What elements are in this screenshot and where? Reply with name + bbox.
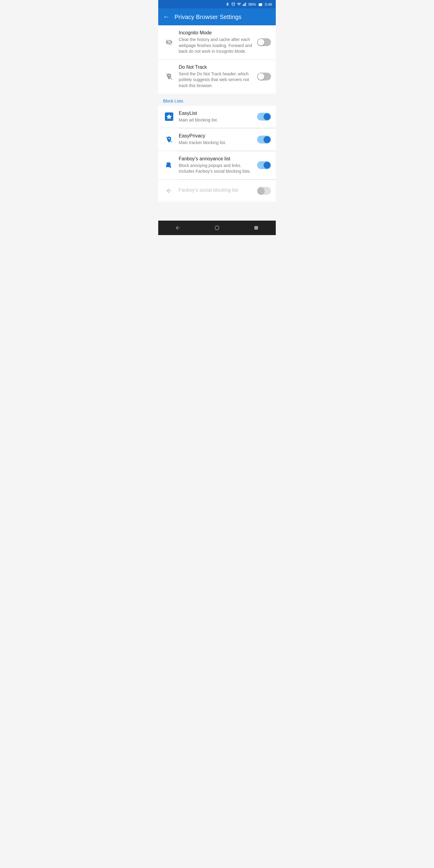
battery-icon [258,2,263,6]
app-bar: ← Privacy Browser Settings [158,8,276,25]
fanboy-social-toggle[interactable] [257,187,271,195]
fanboy-annoyance-desc: Block annoying popups and links. Include… [179,163,253,175]
fanboy-annoyance-toggle[interactable] [257,161,271,169]
do-not-track-text: Do Not Track Send the Do Not Track heade… [175,64,257,89]
page-title: Privacy Browser Settings [175,13,241,21]
incognito-toggle[interactable] [257,38,271,46]
incognito-desc: Clear the history and cache after each w… [179,37,253,55]
fanboy-annoyance-toggle-thumb [264,162,270,168]
fanboy-annoyance-toggle-track [257,161,271,169]
svg-rect-13 [254,226,258,230]
easyprivacy-text: EasyPrivacy Main tracker blocking list. [175,133,257,146]
svg-point-12 [215,226,219,230]
block-lists-label: Block Lists [163,98,271,103]
battery-percent: 98% [248,2,256,7]
svg-rect-2 [244,3,245,6]
do-not-track-toggle[interactable] [257,73,271,81]
wifi-icon [237,2,241,6]
fanboy-social-setting-item: Fanboy's social blocking list [158,180,276,202]
settings-content: Incognito Mode Clear the history and cac… [158,25,276,221]
block-lists-section: EasyList Main ad blocking list. EasyPriv… [158,106,276,202]
easylist-setting-item: EasyList Main ad blocking list. [158,106,276,128]
nav-recent-button[interactable] [249,221,264,235]
svg-rect-1 [244,4,244,6]
fanboy-annoyance-icon [163,161,175,169]
signal-icon [243,2,247,6]
easylist-icon [163,113,175,121]
fanboy-social-text: Fanboy's social blocking list [175,187,257,194]
easylist-title: EasyList [179,111,253,116]
fanboy-annoyance-text: Fanboy's annoyance list Block annoying p… [175,156,257,175]
incognito-setting-item: Incognito Mode Clear the history and cac… [158,25,276,60]
easyprivacy-desc: Main tracker blocking list. [179,140,253,146]
do-not-track-desc: Send the Do Not Track header, which poli… [179,71,253,89]
back-button[interactable]: ← [163,13,170,21]
svg-rect-3 [245,2,246,6]
fanboy-social-toggle-track [257,187,271,195]
incognito-toggle-track [257,38,271,46]
do-not-track-toggle-thumb [258,73,264,80]
fanboy-social-toggle-thumb [258,187,264,194]
easylist-toggle-thumb [264,113,270,120]
do-not-track-setting-item: Do Not Track Send the Do Not Track heade… [158,60,276,94]
svg-rect-6 [261,4,262,5]
svg-rect-11 [166,165,167,167]
easylist-toggle-track [257,113,271,121]
easylist-text: EasyList Main ad blocking list. [175,111,257,123]
easyprivacy-toggle-track [257,135,271,144]
block-lists-header: Block Lists [158,94,276,106]
fanboy-annoyance-setting-item: Fanboy's annoyance list Block annoying p… [158,151,276,180]
incognito-toggle-thumb [258,39,264,45]
svg-rect-0 [243,4,243,6]
nav-home-button[interactable] [210,221,224,235]
status-bar: 98% 3:46 [158,0,276,8]
fanboy-social-title: Fanboy's social blocking list [179,187,253,193]
fanboy-social-icon [163,187,175,194]
main-settings-section: Incognito Mode Clear the history and cac… [158,25,276,94]
easylist-toggle[interactable] [257,113,271,121]
easyprivacy-icon [163,136,175,143]
easyprivacy-toggle-thumb [264,136,270,143]
status-icons: 98% 3:46 [225,2,272,7]
incognito-text: Incognito Mode Clear the history and cac… [175,30,257,55]
easyprivacy-title: EasyPrivacy [179,133,253,138]
do-not-track-toggle-track [257,73,271,81]
clock-time: 3:46 [265,2,272,7]
bottom-nav [158,221,276,235]
alarm-icon [231,2,236,6]
incognito-title: Incognito Mode [179,30,253,36]
bluetooth-icon [225,2,230,6]
easyprivacy-toggle[interactable] [257,135,271,144]
fanboy-annoyance-title: Fanboy's annoyance list [179,156,253,161]
easyprivacy-setting-item: EasyPrivacy Main tracker blocking list. [158,128,276,151]
svg-rect-5 [259,4,261,6]
do-not-track-title: Do Not Track [179,64,253,70]
do-not-track-icon [163,73,175,80]
incognito-icon [163,38,175,46]
nav-back-button[interactable] [170,221,185,235]
easylist-desc: Main ad blocking list. [179,117,253,123]
